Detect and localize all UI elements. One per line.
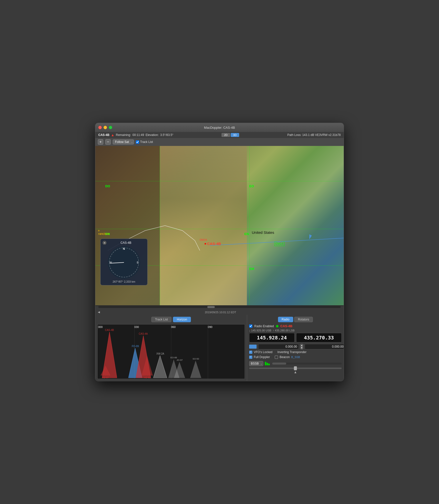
elevation-label: Elevation:	[146, 133, 159, 137]
remaining-label: Remaining:	[116, 133, 131, 137]
peak-label-ao07: AO-07	[101, 376, 110, 379]
compass-distance: 2,333 km	[124, 280, 135, 283]
svg-marker-3	[101, 366, 110, 376]
vfo-down-input[interactable]: 0.000.00	[258, 344, 299, 349]
grid-label-EN: EN	[244, 232, 249, 236]
slider-thumb[interactable]	[294, 366, 297, 370]
toolbar: + − Follow Sat Track List	[95, 138, 344, 146]
vfos-locked-label: VFO's Locked	[254, 350, 273, 354]
peak-label-cas4b: CAS-4B	[102, 329, 117, 331]
radio-header: Radio Enabled CAS-4B	[249, 324, 342, 328]
tab-horizon[interactable]: Horizon	[173, 317, 191, 322]
uplink-freq-label: ↑ 435.280.00 LSB	[273, 329, 294, 332]
radio-enabled-label: Radio Enabled	[254, 324, 274, 328]
terrain-center	[160, 146, 247, 305]
options-row: VFO's Locked Inverting Transponder	[249, 350, 342, 355]
mode-select-wrap: BSSB	[249, 361, 263, 366]
zoom-in-button[interactable]: +	[98, 139, 103, 145]
grid-label-EM14: EM14	[274, 242, 284, 246]
scroll-thumb[interactable]	[207, 306, 215, 308]
full-doppler-cb[interactable]	[249, 356, 252, 359]
grid-line-v2	[249, 146, 250, 305]
compass-title-bar: ✕ CAS-4B	[103, 241, 145, 245]
radio-sat-name: CAS-4B	[280, 324, 292, 328]
chart-label-000: 000	[98, 325, 103, 328]
mode-select[interactable]: BSSB	[249, 361, 263, 366]
compass-close-button[interactable]: ✕	[103, 241, 107, 245]
path-loss-info: Path Loss: 143.1 dB VE3VRW v2.31b78	[287, 133, 341, 137]
lower-section: Track List Horizon 000 030 060 090 CAS-4…	[95, 315, 344, 381]
map-area[interactable]: DO EO DN EN EM EM14 CAS-4B DM34 United S…	[95, 146, 344, 305]
grid-label-EM: EM	[249, 267, 254, 271]
scroll-left-icon: ◀	[98, 311, 100, 314]
tab-track-list[interactable]: Track List	[151, 317, 172, 322]
grid-line-h2	[95, 229, 344, 229]
signal-bars	[265, 362, 270, 365]
window-title: MacDoppler: CAS-4B	[204, 126, 235, 129]
map-scrollbar[interactable]	[95, 306, 344, 310]
satellite-label: CAS-4B	[207, 242, 221, 246]
track-list-label: Track List	[140, 140, 153, 144]
radio-tab-radio[interactable]: Radio	[278, 317, 293, 322]
chart-label-030: 030	[134, 325, 139, 328]
compass-west-label: W	[109, 261, 112, 264]
signal-fill	[272, 363, 286, 365]
beacon-label: Beacon	[279, 355, 290, 359]
follow-sat-wrapper: Follow Sat	[113, 139, 134, 144]
remaining-value: 00:11:49	[132, 133, 144, 137]
peak-label-ao91: AO-91	[142, 376, 153, 379]
peak-so50: SO-50	[190, 358, 201, 379]
signal-meter	[272, 363, 342, 365]
compass-circle: N W E	[108, 246, 140, 279]
grid-label-DO: DO	[105, 184, 110, 188]
close-button[interactable]	[98, 126, 102, 129]
compass-widget: ✕ CAS-4B N W E 267°/87° 2,333 km	[100, 239, 148, 285]
chart-label-060: 060	[171, 325, 175, 328]
elevation-value: 3.5°/83.5°	[160, 133, 173, 137]
options-row2: Full Doppler Beacon B_SSB	[249, 355, 342, 360]
peak-ao07: AO-07	[101, 366, 110, 379]
vfo-up-input[interactable]: 0.000.00	[305, 344, 344, 349]
chart-grid-3	[208, 324, 208, 379]
grid-label-EO: EO	[249, 184, 254, 188]
zoom-out-button[interactable]: −	[105, 139, 111, 145]
maximize-button[interactable]	[109, 126, 112, 129]
radio-enabled-checkbox[interactable]	[249, 324, 252, 328]
compass-north-label: N	[123, 247, 125, 250]
compass-east-label: E	[137, 261, 139, 264]
track-list-checkbox[interactable]	[136, 140, 139, 144]
compass-info: 267°/87° 2,333 km	[103, 280, 145, 283]
follow-sat-select[interactable]: Follow Sat	[113, 139, 134, 144]
compass-bearing: 267°/87°	[113, 280, 123, 283]
vfo-down-stepper[interactable]: ▲▼	[300, 344, 303, 349]
peak-label-jo97: JO-97	[174, 359, 185, 361]
bottom-bar: ◀ 2019/09/25 10:01:12 EDT	[95, 310, 344, 315]
peak-label-xw2a: XW-2A	[153, 352, 167, 355]
vfos-locked-cb[interactable]	[249, 351, 252, 354]
grid-line-v1	[160, 146, 160, 305]
uplink-freq-display: 435.270.33	[296, 333, 342, 342]
main-slider-track	[249, 368, 342, 369]
2d-button[interactable]: 2D	[221, 133, 230, 137]
full-doppler-label: Full Doppler	[254, 355, 270, 359]
3d-button[interactable]: 3D	[231, 133, 239, 137]
svg-marker-7	[153, 356, 167, 378]
radio-tab-rotators[interactable]: Rotators	[294, 317, 313, 322]
info-bar-left: CAS-4B ▲ Remaining: 00:11:49 Elevation: …	[98, 133, 173, 137]
slider-row: ▲	[249, 368, 342, 374]
radio-status-dot	[276, 325, 278, 327]
beacon-cb[interactable]	[275, 356, 278, 359]
peak-label-eo88: EO-88	[168, 356, 179, 359]
peak-jo97: JO-97	[174, 359, 185, 379]
downlink-freq-label: ↓ 145.925.00 USB	[249, 329, 271, 332]
scroll-track	[98, 306, 341, 308]
main-window: MacDoppler: CAS-4B CAS-4B ▲ Remaining: 0…	[95, 123, 344, 381]
minimize-button[interactable]	[104, 126, 107, 129]
vfo-color-down	[249, 345, 257, 349]
compass-sat-label: CAS-4B	[120, 241, 131, 245]
peak-label-so50: SO-50	[190, 358, 201, 360]
bar-2	[267, 363, 268, 365]
sat-name-label: CAS-4B	[98, 133, 110, 137]
chart-label-090: 090	[208, 325, 212, 328]
downlink-freq-display: 145.928.24	[249, 333, 295, 342]
